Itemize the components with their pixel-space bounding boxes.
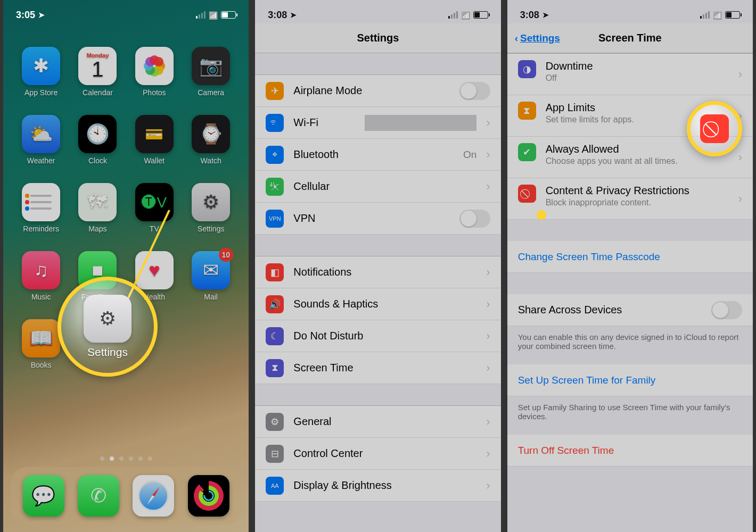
- controlcenter-row[interactable]: ⊟Control Center›: [255, 438, 500, 470]
- books-app-icon: 📖: [22, 319, 60, 358]
- row-value: [365, 115, 476, 131]
- reminders-app[interactable]: Reminders: [18, 183, 64, 233]
- page-title: Settings: [255, 23, 500, 53]
- calendar-app[interactable]: Monday1Calendar: [74, 47, 121, 97]
- content-restriction-callout: ⃠: [687, 101, 742, 156]
- wifi-icon: [713, 10, 722, 21]
- reminders-app-icon: [22, 183, 60, 221]
- chevron-right-icon: ›: [738, 192, 742, 206]
- applimits-row-icon: ⧗: [518, 102, 536, 120]
- app-label: Books: [31, 361, 52, 369]
- app-label: Weather: [27, 156, 55, 165]
- turn-off-link[interactable]: Turn Off Screen Time: [507, 435, 753, 467]
- mail-app[interactable]: ✉10Mail: [187, 251, 234, 301]
- signal-icon: [196, 11, 206, 19]
- row-label: Bluetooth: [293, 148, 454, 161]
- clock-app[interactable]: 🕙Clock: [74, 115, 121, 165]
- back-button[interactable]: ‹ Settings: [515, 32, 560, 44]
- content-row-marker: [537, 210, 546, 220]
- maps-app[interactable]: 🗺Maps: [74, 183, 121, 233]
- maps-app-icon: 🗺: [78, 183, 117, 221]
- settings-icon: ⚙︎: [84, 295, 132, 343]
- wallet-app[interactable]: 💳Wallet: [131, 115, 178, 165]
- notifications-row[interactable]: ◧Notifications›: [255, 256, 500, 288]
- display-row-icon: AA: [266, 477, 284, 495]
- appstore-app-icon: ✱: [22, 47, 60, 85]
- app-label: Calendar: [83, 88, 113, 97]
- settings-callout: ⚙︎ Settings: [57, 277, 158, 377]
- app-label: Watch: [201, 156, 221, 165]
- row-label: VPN: [293, 212, 449, 225]
- watch-app[interactable]: ⌚Watch: [187, 115, 234, 165]
- status-time: 3:05: [16, 10, 35, 21]
- downtime-row[interactable]: ◑DowntimeOff›: [507, 54, 753, 95]
- allowed-row-icon: ✔: [518, 143, 536, 161]
- app-label: Maps: [88, 225, 106, 233]
- wallet-app-icon: 💳: [135, 115, 174, 153]
- airplane-mode-row[interactable]: ✈Airplane Mode: [255, 75, 500, 107]
- location-icon: ➤: [290, 11, 297, 19]
- watch-app-icon: ⌚: [192, 115, 230, 153]
- downtime-row-icon: ◑: [518, 60, 536, 78]
- screentime-row-icon: ⧗: [266, 359, 284, 377]
- vpn-row[interactable]: VPNVPN: [255, 203, 500, 235]
- status-bar: 3:08 ➤: [507, 0, 753, 23]
- page-indicator[interactable]: [3, 456, 249, 461]
- camera-app-icon: 📷: [192, 47, 230, 85]
- app-label: Music: [31, 293, 51, 301]
- cellular-row[interactable]: ⏧Cellular›: [255, 171, 500, 203]
- app-label: Reminders: [23, 225, 59, 233]
- share-toggle[interactable]: [711, 301, 742, 319]
- share-across-row[interactable]: Share Across Devices: [507, 294, 753, 326]
- location-icon: ➤: [543, 11, 549, 19]
- status-bar: 3:05 ➤: [3, 0, 249, 23]
- dnd-row-icon: ☾: [266, 327, 284, 345]
- chevron-right-icon: ›: [486, 148, 490, 162]
- general-row[interactable]: ⚙General›: [255, 406, 500, 438]
- screentime-row[interactable]: ⧗Screen Time›: [255, 352, 500, 384]
- safari-app[interactable]: [133, 475, 174, 517]
- weather-app[interactable]: ⛅Weather: [18, 115, 64, 165]
- change-passcode-link[interactable]: Change Screen Time Passcode: [507, 241, 753, 273]
- row-label: Screen Time: [293, 362, 476, 374]
- chevron-right-icon: ›: [486, 479, 490, 493]
- no-entry-icon: ⃠: [700, 114, 729, 143]
- bluetooth-row[interactable]: ⌖BluetoothOn›: [255, 139, 500, 171]
- mail-badge: 10: [219, 248, 234, 262]
- tv-app[interactable]: 🅣VTV: [131, 183, 178, 233]
- phone-app[interactable]: ✆: [78, 475, 119, 517]
- family-link[interactable]: Set Up Screen Time for Family: [507, 364, 753, 396]
- screen-time-detail: 3:08 ➤ ‹ Settings Screen Time ◑DowntimeO…: [504, 0, 756, 532]
- calendar-app-icon: Monday1: [78, 47, 117, 85]
- messages-app[interactable]: 💬: [23, 475, 64, 517]
- app-label: Photos: [143, 88, 166, 97]
- settings-app[interactable]: ⚙︎Settings: [187, 183, 234, 233]
- camera-app[interactable]: 📷Camera: [187, 47, 234, 97]
- row-label: Wi-Fi: [293, 117, 355, 129]
- chevron-right-icon: ›: [486, 329, 490, 343]
- toggle[interactable]: [459, 210, 490, 228]
- activity-app[interactable]: [188, 475, 229, 517]
- music-app[interactable]: ♫Music: [18, 251, 64, 301]
- chevron-right-icon: ›: [738, 68, 742, 81]
- row-label: General: [293, 415, 476, 428]
- wifi-icon: [209, 10, 218, 21]
- app-label: Mail: [204, 293, 218, 301]
- row-title: Downtime: [546, 60, 729, 72]
- display-row[interactable]: AADisplay & Brightness›: [255, 470, 500, 502]
- photos-app[interactable]: Photos: [131, 47, 178, 97]
- toggle[interactable]: [459, 82, 490, 100]
- dnd-row[interactable]: ☾Do Not Disturb›: [255, 320, 500, 352]
- appstore-app[interactable]: ✱App Store: [18, 47, 64, 97]
- sounds-row[interactable]: 🔊Sounds & Haptics›: [255, 288, 500, 320]
- status-time: 3:08: [520, 10, 539, 21]
- signal-icon: [700, 11, 710, 19]
- chevron-right-icon: ›: [486, 265, 490, 279]
- dock: 💬✆: [11, 467, 241, 525]
- wifi-row[interactable]: ᯤWi-Fi›: [255, 107, 500, 139]
- chevron-right-icon: ›: [738, 151, 742, 164]
- chevron-right-icon: ›: [486, 415, 490, 429]
- row-label: Control Center: [293, 447, 476, 460]
- row-label: Notifications: [293, 266, 476, 278]
- controlcenter-row-icon: ⊟: [266, 445, 284, 463]
